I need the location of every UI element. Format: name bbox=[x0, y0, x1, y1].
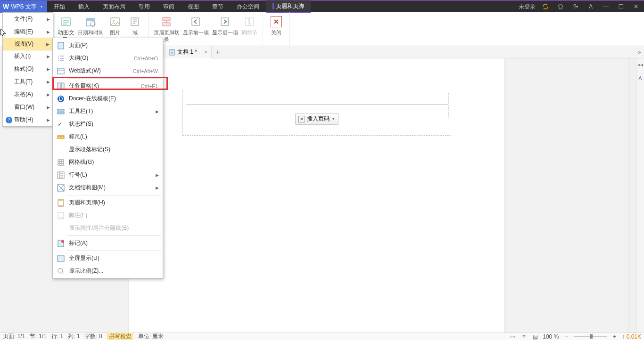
view-menu-item[interactable]: 任务窗格(K)Ctrl+F1 bbox=[53, 80, 163, 92]
svg-rect-7 bbox=[163, 17, 170, 21]
menu-item-label: 页面(P) bbox=[69, 41, 88, 49]
svg-rect-12 bbox=[250, 18, 254, 25]
ribbon-same-as-previous: 同前节 bbox=[240, 14, 259, 42]
ruler-icon bbox=[57, 133, 65, 141]
svg-rect-14 bbox=[58, 42, 64, 49]
view-menu-item[interactable]: Web版式(W)Ctrl+Alt+W bbox=[53, 65, 163, 77]
chevron-right-icon: ▶ bbox=[47, 30, 50, 34]
chevron-right-icon: ▶ bbox=[47, 67, 50, 72]
tab-review[interactable]: 审阅 bbox=[157, 0, 181, 13]
file-menu-item[interactable]: 文件(F)▶ bbox=[3, 13, 53, 25]
zoom-slider[interactable] bbox=[574, 336, 607, 337]
file-menu-item[interactable]: 编辑(E)▶ bbox=[3, 25, 53, 38]
svg-rect-21 bbox=[58, 112, 64, 114]
menu-shortcut: Ctrl+Alt+O bbox=[134, 56, 158, 61]
file-menu-item[interactable]: 窗口(W)▶ bbox=[3, 101, 53, 113]
svg-point-5 bbox=[113, 20, 115, 22]
minimize-ribbon-icon[interactable]: ᐱ bbox=[586, 1, 596, 12]
chevron-right-icon: ▶ bbox=[156, 173, 159, 178]
svg-rect-31 bbox=[58, 256, 64, 261]
tab-view[interactable]: 视图 bbox=[181, 0, 206, 13]
document-tab-label: 文档 1 * bbox=[177, 48, 197, 56]
tab-references[interactable]: 引用 bbox=[132, 0, 157, 13]
view-menu-item[interactable]: 标记(A) bbox=[53, 237, 163, 250]
web-icon bbox=[57, 67, 65, 75]
tab-office-space[interactable]: 办公空间 bbox=[230, 0, 266, 13]
file-menu-item[interactable]: 工具(T)▶ bbox=[3, 75, 53, 88]
file-menu: 文件(F)▶编辑(E)▶视图(V)▶插入(I)▶格式(O)▶工具(T)▶表格(A… bbox=[2, 12, 53, 127]
file-menu-item[interactable]: 视图(V)▶ bbox=[3, 38, 53, 50]
menu-item-label: 大纲(O) bbox=[69, 54, 88, 62]
view-menu-item[interactable]: 大纲(O)Ctrl+Alt+O bbox=[53, 52, 163, 65]
tab-insert[interactable]: 插入 bbox=[72, 0, 96, 13]
view-menu-item[interactable]: 页面(P) bbox=[53, 39, 163, 52]
file-menu-item[interactable]: ?帮助(H)▶ bbox=[3, 113, 53, 126]
view-outline-icon[interactable]: ≡ bbox=[520, 333, 528, 340]
tab-chapter[interactable]: 章节 bbox=[206, 0, 230, 13]
status-spellcheck[interactable]: 拼写检查 bbox=[107, 332, 133, 340]
side-panel-shortcut[interactable]: A bbox=[638, 75, 642, 81]
app-menu-button[interactable]: W WPS 文字 ▾ bbox=[0, 0, 47, 13]
view-submenu: 页面(P)大纲(O)Ctrl+Alt+OWeb版式(W)Ctrl+Alt+W任务… bbox=[52, 38, 163, 279]
svg-rect-9 bbox=[192, 18, 199, 25]
menu-item-label: 网格线(G) bbox=[69, 158, 94, 166]
help-icon[interactable]: ?▾ bbox=[570, 1, 581, 12]
tab-header-footer[interactable]: 页眉和页脚 bbox=[266, 0, 311, 13]
view-menu-item[interactable]: 页眉和页脚(H) bbox=[53, 196, 163, 209]
zoom-in-icon[interactable]: + bbox=[611, 333, 618, 340]
titlebar-right: 未登录 ?▾ ᐱ — ❐ ✕ bbox=[519, 1, 644, 12]
help-icon: ? bbox=[6, 117, 12, 123]
menu-item-label: 文档结构图(M) bbox=[69, 184, 106, 192]
ribbon-show-previous[interactable]: 显示前一项 bbox=[182, 14, 210, 42]
file-menu-item[interactable]: 表格(A)▶ bbox=[3, 88, 53, 101]
svg-rect-11 bbox=[245, 18, 249, 25]
file-menu-item[interactable]: 格式(O)▶ bbox=[3, 63, 53, 75]
window-close-icon[interactable]: ✕ bbox=[631, 1, 641, 12]
login-status[interactable]: 未登录 bbox=[519, 3, 536, 11]
zoom-out-icon[interactable]: − bbox=[562, 333, 570, 340]
view-menu-item[interactable]: 工具栏(T)▶ bbox=[53, 105, 163, 118]
sync-icon[interactable] bbox=[540, 1, 551, 12]
view-menu-item[interactable]: 全屏显示(U) bbox=[53, 252, 163, 265]
ribbon-close[interactable]: ✕ 关闭 bbox=[267, 14, 286, 36]
chevron-right-icon: ▶ bbox=[47, 92, 50, 97]
view-menu-item[interactable]: 网格线(G) bbox=[53, 156, 163, 169]
zoom-value[interactable]: 100 % bbox=[543, 333, 559, 340]
view-menu-item[interactable]: 行号(L)▶ bbox=[53, 169, 163, 181]
close-tab-icon[interactable]: × bbox=[204, 49, 207, 56]
tab-layout[interactable]: 页面布局 bbox=[96, 0, 132, 13]
ribbon-show-next[interactable]: 显示后一项 bbox=[211, 14, 239, 42]
vertical-scrollbar[interactable] bbox=[628, 58, 636, 332]
menu-item-label: 编辑(E) bbox=[14, 28, 33, 36]
chevron-right-icon: ▶ bbox=[47, 54, 50, 59]
view-web-icon[interactable]: ▤ bbox=[531, 333, 539, 340]
file-menu-item[interactable]: 插入(I)▶ bbox=[3, 50, 53, 63]
skin-icon[interactable] bbox=[555, 1, 566, 12]
menu-item-label: 页眉和页脚(H) bbox=[69, 199, 105, 207]
view-menu-item[interactable]: 显示比例(Z)... bbox=[53, 265, 163, 277]
view-menu-item[interactable]: 标尺(L) bbox=[53, 130, 163, 143]
svg-rect-8 bbox=[163, 23, 170, 26]
menu-item-label: 显示比例(Z)... bbox=[69, 267, 103, 275]
view-menu-item[interactable]: DDocer-在线模板(E) bbox=[53, 92, 163, 105]
app-logo-icon: W bbox=[3, 3, 9, 10]
taskpane-icon bbox=[57, 82, 65, 90]
window-restore-icon[interactable]: ❐ bbox=[616, 1, 626, 12]
view-menu-item[interactable]: 文档结构图(M)▶ bbox=[53, 181, 163, 194]
page-icon bbox=[57, 41, 65, 50]
document-page: ≡ 插入页码 ▾ bbox=[129, 58, 504, 332]
view-menu-item[interactable]: 显示段落标记(S) bbox=[53, 143, 163, 156]
add-tab-button[interactable]: + bbox=[212, 46, 224, 58]
menu-item-label: 窗口(W) bbox=[14, 103, 34, 111]
document-tab[interactable]: 文档 1 * × bbox=[163, 46, 212, 58]
svg-rect-26 bbox=[58, 200, 64, 201]
tab-start[interactable]: 开始 bbox=[47, 0, 72, 13]
doc-bar-expand-icon[interactable]: » bbox=[638, 49, 641, 56]
window-minimize-icon[interactable]: — bbox=[601, 1, 611, 12]
insert-page-number-button[interactable]: ≡ 插入页码 ▾ bbox=[295, 113, 339, 125]
menu-item-label: Web版式(W) bbox=[69, 67, 101, 75]
view-menu-item[interactable]: ✓状态栏(S) bbox=[53, 118, 163, 130]
view-print-layout-icon[interactable]: ▭ bbox=[509, 333, 516, 340]
collapse-panel-icon[interactable]: ▸▸ bbox=[637, 62, 643, 69]
chevron-down-icon: ▾ bbox=[332, 117, 334, 121]
